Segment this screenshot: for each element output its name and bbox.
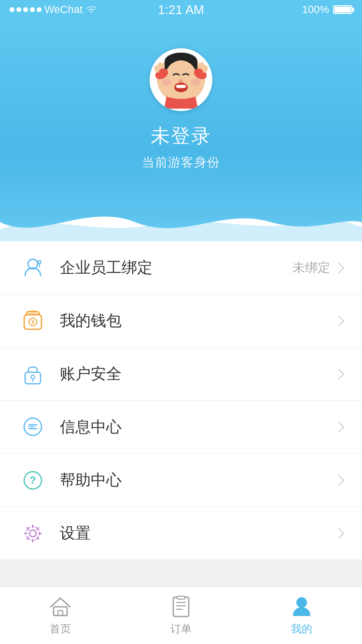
home-icon <box>48 595 72 619</box>
chevron-icon <box>334 315 345 326</box>
orders-icon <box>169 595 193 619</box>
signal-dots <box>10 7 42 12</box>
chevron-icon <box>334 475 345 486</box>
menu-item-employee-bind[interactable]: 企业员工绑定 未绑定 <box>0 241 362 294</box>
wallet-right <box>335 317 343 325</box>
profile-header: 未登录 当前游客身份 <box>0 19 362 241</box>
info-center-label: 信息中心 <box>60 417 335 438</box>
svg-rect-36 <box>173 597 189 616</box>
svg-point-32 <box>29 530 36 537</box>
username-label: 未登录 <box>151 123 211 149</box>
menu-item-info-center[interactable]: 信息中心 <box>0 401 362 454</box>
svg-point-10 <box>191 79 200 85</box>
wallet-icon: ¥ <box>19 308 46 335</box>
home-tab-label: 首页 <box>50 622 71 636</box>
svg-rect-8 <box>176 85 186 88</box>
avatar[interactable] <box>150 48 212 111</box>
orders-tab-label: 订单 <box>170 622 192 636</box>
person-icon <box>19 254 46 281</box>
status-time: 1:21 AM <box>158 2 204 17</box>
account-security-right <box>335 370 343 378</box>
svg-rect-23 <box>25 372 41 384</box>
svg-point-41 <box>296 597 307 608</box>
mine-tab-label: 我的 <box>291 622 312 636</box>
status-bar: WeChat 1:21 AM 100% <box>0 0 362 19</box>
wave-decoration <box>0 203 362 241</box>
message-icon <box>19 414 46 441</box>
menu-item-wallet[interactable]: ¥ 我的钱包 <box>0 294 362 348</box>
tab-item-orders[interactable]: 订单 <box>121 595 241 636</box>
svg-text:?: ? <box>29 474 36 486</box>
menu-list: 企业员工绑定 未绑定 ¥ 我的钱包 <box>0 241 362 560</box>
employee-bind-right: 未绑定 <box>292 259 343 276</box>
settings-icon <box>19 520 46 547</box>
info-center-right <box>335 423 343 431</box>
menu-item-account-security[interactable]: 账户安全 <box>0 348 362 401</box>
settings-label: 设置 <box>60 523 335 544</box>
settings-right <box>335 530 343 537</box>
employee-bind-label: 企业员工绑定 <box>60 257 292 279</box>
chevron-icon <box>334 368 345 379</box>
status-right: 100% <box>302 3 352 16</box>
svg-rect-40 <box>177 596 185 599</box>
menu-item-help-center[interactable]: ? 帮助中心 <box>0 454 362 507</box>
svg-point-24 <box>31 375 35 379</box>
wifi-icon <box>85 4 97 16</box>
tab-item-home[interactable]: 首页 <box>0 595 121 636</box>
svg-text:¥: ¥ <box>31 320 34 325</box>
svg-rect-35 <box>58 611 63 616</box>
help-center-label: 帮助中心 <box>60 470 335 491</box>
status-left: WeChat <box>10 3 97 16</box>
chevron-icon <box>334 528 345 539</box>
svg-point-9 <box>162 79 171 85</box>
battery-icon <box>333 5 352 14</box>
help-icon: ? <box>19 467 46 494</box>
svg-point-5 <box>179 79 183 83</box>
subtitle-label: 当前游客身份 <box>142 154 220 171</box>
avatar-image <box>152 51 210 109</box>
chevron-icon <box>334 421 345 433</box>
tab-bar: 首页 订单 我的 <box>0 586 362 644</box>
tab-item-mine[interactable]: 我的 <box>241 595 362 636</box>
lock-icon <box>19 361 46 388</box>
chevron-icon <box>334 262 345 273</box>
employee-bind-status: 未绑定 <box>292 259 330 276</box>
wallet-label: 我的钱包 <box>60 310 335 332</box>
account-security-label: 账户安全 <box>60 364 335 385</box>
carrier-label: WeChat <box>44 3 83 16</box>
battery-percent: 100% <box>302 3 329 16</box>
mine-icon <box>290 595 314 619</box>
help-center-right <box>335 476 343 484</box>
menu-item-settings[interactable]: 设置 <box>0 507 362 560</box>
